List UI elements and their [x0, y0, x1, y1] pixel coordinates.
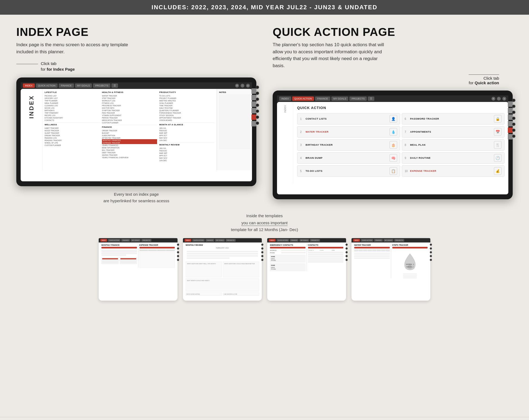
- thumb-c-nav-1[interactable]: INDEX: [269, 239, 276, 242]
- month-may-nov[interactable]: MAY NOV: [159, 137, 214, 139]
- prod-forgiveness[interactable]: FORGIVENESS TRACKER: [159, 112, 214, 114]
- finance-afterpay[interactable]: AFTER PAY TRACKER: [102, 137, 157, 139]
- finance-debt[interactable]: DEBT TRACKER: [102, 151, 157, 154]
- qa-item-brain[interactable]: 4 BRAIN DUMP 🧠: [297, 152, 400, 164]
- month-jun-dec[interactable]: JUN DEC: [159, 139, 214, 142]
- thumb-r-nav-2[interactable]: QUICK ACTION: [192, 239, 205, 242]
- thumb-r-nav-5[interactable]: PROJECTS: [226, 239, 236, 242]
- qa-side-tab-3[interactable]: [508, 114, 508, 120]
- month-apr-oct[interactable]: APR OCT: [159, 134, 214, 137]
- prod-study[interactable]: STUDY SESSION: [159, 114, 214, 117]
- health-period[interactable]: PERIOD TRACKER: [102, 117, 157, 119]
- finance-overview[interactable]: YEARLY FINANCIAL OVERVIEW: [102, 156, 157, 159]
- thumb-r-nav-3[interactable]: FINANCE: [206, 239, 214, 242]
- nav-tab-quick[interactable]: QUICK ACTION: [36, 83, 58, 88]
- lifestyle-recipe[interactable]: RECIPE LOG: [45, 114, 100, 117]
- wellness-habit[interactable]: HABIT TRACKER: [45, 127, 100, 129]
- qa-item-meal[interactable]: 8 MEAL PLAN 🍴: [402, 139, 505, 151]
- lifestyle-meal[interactable]: MEAL PLANNER: [45, 102, 100, 104]
- qa-side-tab-4[interactable]: [508, 121, 508, 126]
- qa-side-tab-1[interactable]: [508, 102, 508, 107]
- review-apr-oct[interactable]: APR OCT: [159, 154, 214, 157]
- month-mar-sep[interactable]: MAR SEP: [159, 132, 214, 134]
- qa-item-daily[interactable]: 9 DAILY ROUTINE 🕐: [402, 152, 505, 164]
- prod-quarterly[interactable]: QUARTERLY PLANNER: [159, 109, 214, 112]
- thumb-f-nav-2[interactable]: QUICK ACTION: [108, 239, 120, 242]
- thumb-w-nav-5[interactable]: PROJECTS: [394, 239, 404, 242]
- month-jan-jul[interactable]: JAN JUL: [159, 127, 214, 129]
- lifestyle-birthdays[interactable]: BIRTHDAYS: [45, 109, 100, 112]
- nav-tab-finance[interactable]: FINANCE: [59, 83, 74, 88]
- qa-item-contacts[interactable]: 1 CONTACT LISTS 👤: [297, 113, 400, 125]
- thumb-r-nav-1[interactable]: INDEX: [185, 239, 191, 242]
- health-vitamin[interactable]: VITAMIN SUPPLEMENT: [102, 114, 157, 117]
- qa-nav-menu[interactable]: ☰: [368, 97, 374, 101]
- health-medication[interactable]: MEDICATION TRACKER: [102, 119, 157, 122]
- nav-tab-projects[interactable]: PROJECTS: [93, 83, 110, 88]
- lifestyle-cleaning[interactable]: CLEANING LOG: [45, 104, 100, 107]
- qa-item-appointments[interactable]: 7 APPOINTMENTS 📅: [402, 126, 505, 138]
- prod-vision[interactable]: VISION BOARD: [159, 119, 214, 122]
- thumb-c-nav-3[interactable]: FINANCE: [290, 239, 298, 242]
- finance-expense[interactable]: EXPENSE TRACKER: [102, 142, 157, 144]
- review-may-nov[interactable]: MAY NOV: [159, 157, 214, 159]
- prod-daily[interactable]: DAILY ROUTINE: [159, 107, 214, 109]
- lifestyle-trip[interactable]: TRIP PLANNER: [45, 99, 100, 102]
- thumb-f-nav-4[interactable]: MY GOALS: [131, 239, 141, 242]
- qa-side-tab-active[interactable]: [508, 127, 508, 133]
- side-tab-2[interactable]: [251, 95, 252, 100]
- nav-tab-goals[interactable]: MY GOALS: [75, 83, 92, 88]
- prod-project[interactable]: PROJECT PLANNER: [159, 97, 214, 99]
- qa-nav-quick[interactable]: QUICK ACTION: [292, 97, 314, 101]
- prod-appt[interactable]: APPOINTMENT TRACKER: [159, 117, 214, 119]
- health-pain[interactable]: PAIN TRACKER: [102, 112, 157, 114]
- lifestyle-grocery[interactable]: GROCERY LIST: [45, 97, 100, 99]
- thumb-w-nav-4[interactable]: MY GOALS: [384, 239, 393, 242]
- side-tab-3[interactable]: [251, 101, 252, 107]
- lifestyle-packing[interactable]: PACKING LIST: [45, 95, 100, 97]
- qa-item-birthday[interactable]: 3 BIRTHDAY TRACKER 🎂: [297, 139, 400, 151]
- nav-tab-menu[interactable]: ☰: [111, 83, 118, 88]
- finance-bill[interactable]: BILL TRACKER: [102, 149, 157, 151]
- thumb-c-nav-5[interactable]: PROJECTS: [310, 239, 320, 242]
- thumb-w-nav-1[interactable]: INDEX: [353, 239, 360, 242]
- qa-item-password[interactable]: 6 PASSWORD TRACKER 🔒: [402, 113, 505, 125]
- health-doctor[interactable]: DOCTOR INFO: [102, 107, 157, 109]
- prod-goal[interactable]: GOAL PLANNER: [159, 102, 214, 104]
- thumb-c-nav-2[interactable]: QUICK ACTION: [276, 239, 289, 242]
- prod-todo[interactable]: TO DO LISTS: [159, 95, 214, 97]
- health-progress[interactable]: PROGRESS TRACKER: [102, 104, 157, 107]
- lifestyle-contacts[interactable]: CONTACTS: [45, 119, 100, 122]
- finance-sub[interactable]: SUBSCRIPTION: [102, 134, 157, 137]
- finance-budget[interactable]: BUDGET: [102, 132, 157, 134]
- nav-tab-index[interactable]: INDEX: [23, 83, 35, 88]
- qa-nav-goals[interactable]: MY GOALS: [331, 97, 348, 101]
- thumb-f-nav-3[interactable]: FINANCE: [121, 239, 130, 242]
- finance-order[interactable]: ORDER TRACKER: [102, 129, 157, 132]
- health-fitness[interactable]: FITNESS LOG: [102, 102, 157, 104]
- qa-item-expense[interactable]: 10 EXPENSE TRACKER 💰: [402, 165, 505, 177]
- health-step[interactable]: STEP TRACKER: [102, 97, 157, 99]
- month-feb-aug[interactable]: FEB AUG: [159, 129, 214, 132]
- prod-meeting[interactable]: MEETING MINUTES: [159, 99, 214, 102]
- review-mar-sep[interactable]: MAR SEP: [159, 152, 214, 154]
- health-symptom[interactable]: SYMPTOM TRACKER: [102, 109, 157, 112]
- review-jan-jul[interactable]: JAN JUL: [159, 147, 214, 150]
- thumb-c-nav-4[interactable]: MY GOALS: [299, 239, 309, 242]
- health-custom[interactable]: CUSTOM PLANNER: [102, 122, 157, 124]
- finance-saving[interactable]: SAVING TRACKER: [102, 154, 157, 156]
- thumb-f-nav-5[interactable]: PROJECTS: [141, 239, 151, 242]
- wellness-sleep[interactable]: SLEEP TRACKER: [45, 132, 100, 134]
- qa-nav-index[interactable]: INDEX: [279, 97, 291, 101]
- wellness-custom[interactable]: CUSTOM PLANNER: [45, 144, 100, 147]
- prod-time[interactable]: TIME TRACKER: [159, 104, 214, 107]
- health-water[interactable]: WATER TRACKER: [102, 95, 157, 97]
- qa-nav-projects[interactable]: PROJECTS: [349, 97, 367, 101]
- review-jun-dec[interactable]: JUN DEC: [159, 159, 214, 162]
- lifestyle-itinerary[interactable]: TRIP ITINERARY: [45, 112, 100, 114]
- wellness-reading2[interactable]: READING TRACKER: [45, 139, 100, 142]
- thumb-r-nav-4[interactable]: MY GOALS: [215, 239, 225, 242]
- qa-item-water[interactable]: 2 WATER TRACKER 💧: [297, 126, 400, 138]
- side-tab-4[interactable]: [251, 108, 252, 113]
- finance-bank[interactable]: BANK INFORMATION: [102, 147, 157, 149]
